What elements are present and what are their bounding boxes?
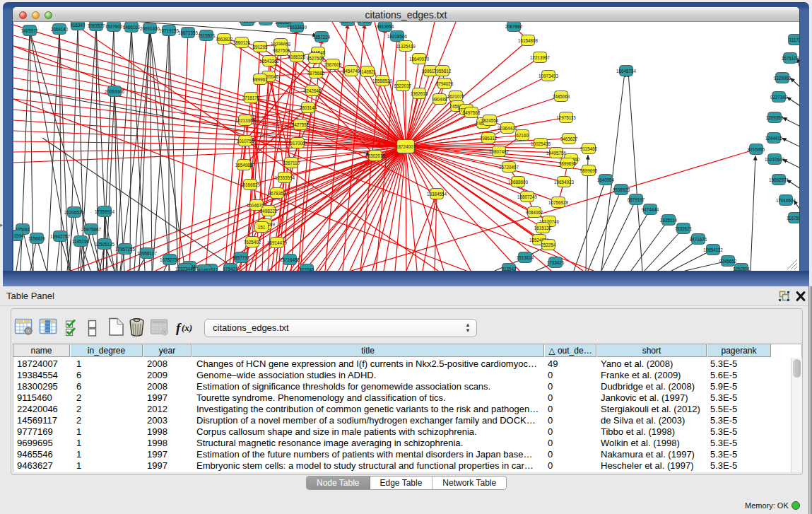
svg-text:12213369: 12213369 (235, 118, 256, 123)
svg-text:8132704: 8132704 (339, 22, 357, 23)
svg-text:19654923: 19654923 (554, 180, 575, 185)
svg-text:18302015: 18302015 (365, 153, 386, 158)
svg-text:1654986: 1654986 (235, 163, 253, 168)
svg-text:916347: 916347 (70, 23, 86, 28)
svg-text:19166829: 19166829 (240, 182, 261, 187)
svg-text:9252801: 9252801 (733, 267, 751, 271)
svg-text:7485063: 7485063 (553, 94, 570, 99)
svg-text:6879197: 6879197 (628, 197, 645, 202)
svg-text:10958107: 10958107 (137, 251, 158, 256)
svg-text:2087682: 2087682 (505, 24, 523, 29)
svg-text:1640954: 1640954 (597, 177, 615, 182)
svg-text:10719155: 10719155 (159, 28, 180, 33)
svg-text:8215955: 8215955 (748, 147, 765, 152)
svg-text:10654112: 10654112 (703, 247, 723, 252)
svg-text:391594: 391594 (13, 233, 24, 238)
svg-text:16543362: 16543362 (259, 59, 280, 64)
svg-text:10756928: 10756928 (548, 200, 569, 205)
svg-text:2935114: 2935114 (660, 218, 678, 223)
svg-text:9227342: 9227342 (770, 95, 788, 100)
svg-text:15720407: 15720407 (499, 165, 519, 170)
svg-text:8435921: 8435921 (239, 22, 257, 23)
svg-text:17957255: 17957255 (115, 247, 136, 252)
svg-text:12213967: 12213967 (530, 55, 551, 60)
svg-text:9527508: 9527508 (307, 56, 324, 61)
svg-text:8267110: 8267110 (283, 160, 300, 165)
svg-text:812245: 812245 (299, 267, 314, 271)
svg-text:20053346: 20053346 (105, 89, 125, 94)
svg-text:2367608: 2367608 (324, 62, 342, 67)
svg-text:10025438: 10025438 (531, 141, 551, 146)
svg-text:2718176: 2718176 (242, 95, 260, 100)
svg-text:1156829: 1156829 (28, 236, 46, 241)
svg-text:8471676: 8471676 (690, 237, 707, 242)
svg-text:9857791: 9857791 (233, 255, 250, 260)
svg-text:10807487: 10807487 (489, 149, 510, 154)
svg-text:989961: 989961 (252, 77, 268, 82)
svg-text:f: f (176, 320, 182, 335)
svg-text:8498222: 8498222 (260, 209, 278, 214)
svg-text:6794028: 6794028 (436, 81, 454, 86)
svg-text:9146821: 9146821 (359, 69, 377, 74)
svg-text:18807249: 18807249 (517, 194, 538, 199)
svg-text:16210643: 16210643 (765, 157, 785, 162)
svg-text:87452: 87452 (198, 268, 211, 271)
svg-text:1209358: 1209358 (766, 115, 784, 120)
svg-text:8813054: 8813054 (377, 24, 394, 29)
svg-text:19218506: 19218506 (387, 34, 408, 39)
svg-text:11325419: 11325419 (396, 44, 416, 49)
svg-text:6466160: 6466160 (123, 25, 141, 30)
svg-text:16782759: 16782759 (160, 257, 180, 262)
svg-text:20691406: 20691406 (140, 26, 160, 31)
svg-text:3875685: 3875685 (307, 71, 325, 76)
svg-text:9899695: 9899695 (559, 161, 577, 166)
svg-text:9827500: 9827500 (273, 48, 290, 53)
svg-text:1575107: 1575107 (782, 56, 799, 61)
svg-text:7663822: 7663822 (216, 37, 233, 42)
svg-text:12942757: 12942757 (50, 234, 71, 239)
svg-text:7857224: 7857224 (313, 35, 331, 40)
svg-text:16033809: 16033809 (287, 25, 307, 30)
svg-text:1733426: 1733426 (547, 260, 565, 265)
svg-text:16671355: 16671355 (178, 30, 199, 35)
svg-text:1621072: 1621072 (447, 94, 465, 99)
svg-text:917006: 917006 (290, 141, 305, 146)
svg-text:10688609: 10688609 (508, 180, 529, 185)
svg-text:9245652: 9245652 (719, 259, 737, 264)
svg-text:12505135: 12505135 (95, 242, 115, 247)
svg-text:3860124: 3860124 (233, 40, 251, 45)
svg-text:11172: 11172 (789, 37, 799, 42)
svg-text:7625402: 7625402 (244, 240, 261, 245)
svg-text:151: 151 (258, 225, 266, 230)
svg-text:2803144: 2803144 (300, 105, 317, 110)
svg-text:9329966: 9329966 (774, 76, 792, 81)
svg-text:1615132: 1615132 (534, 226, 552, 230)
svg-text:18640910: 18640910 (409, 57, 430, 62)
svg-text:18724007: 18724007 (396, 144, 416, 149)
svg-text:20975867: 20975867 (81, 227, 102, 232)
svg-text:15716485: 15716485 (280, 257, 300, 262)
svg-text:9143287: 9143287 (356, 22, 374, 23)
svg-text:12323446: 12323446 (175, 267, 196, 271)
svg-text:9242848: 9242848 (304, 88, 322, 93)
svg-text:990448: 990448 (432, 97, 447, 102)
svg-text:252254: 252254 (541, 243, 556, 247)
svg-text:1405571: 1405571 (21, 28, 39, 33)
svg-text:7632621: 7632621 (675, 226, 693, 231)
svg-text:62160: 62160 (516, 133, 529, 138)
svg-text:1362615: 1362615 (411, 91, 428, 96)
svg-text:1063527: 1063527 (88, 23, 105, 28)
svg-text:675421: 675421 (223, 267, 238, 271)
svg-text:1527602: 1527602 (105, 24, 123, 29)
svg-text:1145194: 1145194 (72, 239, 90, 244)
svg-text:7955812: 7955812 (434, 69, 452, 74)
svg-text:17359924: 17359924 (95, 209, 115, 214)
svg-text:891295: 891295 (252, 45, 268, 49)
svg-text:19384554: 19384554 (427, 192, 447, 197)
svg-text:16154808: 16154808 (518, 38, 539, 43)
svg-text:15692971: 15692971 (769, 177, 789, 182)
svg-text:8186328: 8186328 (288, 54, 306, 59)
svg-text:16648784: 16648784 (616, 69, 637, 74)
svg-text:14495756: 14495756 (546, 151, 567, 156)
svg-text:2069140: 2069140 (51, 27, 69, 32)
